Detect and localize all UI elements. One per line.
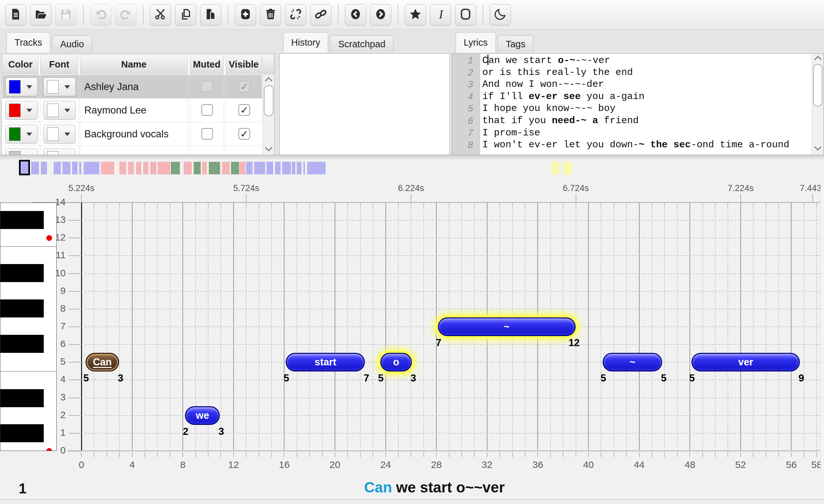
scroll-down-arrow[interactable] [814, 143, 822, 151]
lyrics-scrollbar[interactable] [812, 54, 823, 155]
track-color-dropdown[interactable] [5, 101, 38, 120]
note-pill[interactable]: we [185, 406, 220, 425]
piano-keyboard[interactable] [0, 203, 57, 451]
minimap-block[interactable] [222, 162, 230, 174]
minimap-block[interactable] [307, 162, 326, 174]
lyrics-line[interactable]: Can we start o-~-~-ver [482, 55, 809, 67]
history-tab-scratchpad[interactable]: Scratchpad [330, 35, 394, 52]
muted-checkbox[interactable] [201, 104, 213, 116]
track-font-dropdown[interactable] [43, 78, 76, 96]
add-note-button[interactable] [235, 4, 256, 25]
scroll-up-arrow[interactable] [814, 56, 822, 64]
minimap-block[interactable] [171, 162, 180, 174]
minimap-block[interactable] [184, 162, 192, 174]
next-button[interactable] [370, 4, 391, 25]
minimap-block[interactable] [72, 162, 78, 174]
italic-button[interactable]: I [430, 4, 451, 25]
minimap-block[interactable] [84, 162, 99, 174]
copy-button[interactable] [175, 4, 196, 25]
track-color-dropdown[interactable] [5, 78, 38, 96]
note-pill[interactable]: Can [86, 353, 119, 372]
minimap-block[interactable] [209, 162, 220, 174]
note-pill[interactable]: ~ [603, 353, 662, 372]
minimap-block-selected[interactable] [19, 160, 30, 175]
track-row[interactable]: Raymond Lee✓ [2, 98, 262, 122]
star-button[interactable] [405, 4, 426, 25]
lyrics-line[interactable]: or is this real-ly the end [482, 67, 809, 79]
open-folder-button[interactable] [30, 4, 51, 25]
piano-black-key[interactable] [0, 424, 44, 442]
minimap-block[interactable] [563, 162, 572, 174]
minimap-block[interactable] [239, 162, 245, 174]
track-font-dropdown[interactable] [43, 101, 76, 120]
track-row[interactable]: Ashley Jana✓ [2, 75, 262, 99]
lyrics-line[interactable]: that if you need-~ a friend [482, 115, 809, 127]
minimap-block[interactable] [143, 162, 148, 174]
piano-black-key[interactable] [0, 299, 44, 318]
minimap-block[interactable] [275, 162, 281, 174]
visible-checkbox[interactable]: ✓ [238, 128, 250, 140]
tracks-tab-tracks[interactable]: Tracks [6, 32, 50, 52]
history-tab-history[interactable]: History [283, 32, 328, 52]
paste-button[interactable] [200, 4, 221, 25]
piano-black-key[interactable] [0, 389, 44, 407]
scroll-down-arrow[interactable] [265, 144, 273, 151]
new-file-button[interactable] [5, 4, 26, 25]
minimap-block[interactable] [267, 162, 273, 174]
minimap-block[interactable] [158, 162, 170, 174]
visible-checkbox[interactable]: ✓ [238, 104, 250, 116]
minimap-block[interactable] [231, 162, 239, 174]
minimap-block[interactable] [101, 162, 114, 174]
lyrics-tab-tags[interactable]: Tags [498, 35, 533, 52]
link-button[interactable] [310, 4, 331, 25]
note-pill[interactable]: ver [692, 353, 800, 372]
prev-button[interactable] [345, 4, 366, 25]
tracks-scrollbar[interactable] [263, 74, 275, 154]
lyrics-line[interactable]: And now I won-~-~-der [482, 79, 809, 91]
piano-black-key[interactable] [0, 335, 44, 353]
minimap-block[interactable] [202, 162, 207, 174]
minimap-block[interactable] [303, 162, 305, 174]
minimap-block[interactable] [551, 162, 559, 174]
minimap-block[interactable] [194, 162, 201, 174]
minimap-block[interactable] [31, 162, 39, 174]
lyrics-line[interactable]: if I'll ev-er see you a-gain [482, 91, 809, 103]
note-pill[interactable]: start [286, 353, 365, 372]
minimap-block[interactable] [292, 162, 295, 174]
track-row[interactable]: Background vocals✓ [2, 122, 262, 146]
track-row[interactable] [2, 146, 262, 155]
piano-black-key[interactable] [0, 211, 44, 229]
dark-mode-button[interactable] [490, 4, 511, 25]
scrollbar-thumb[interactable] [264, 85, 274, 116]
note-pill[interactable]: o [380, 353, 412, 372]
track-font-dropdown[interactable] [43, 149, 76, 155]
scrollbar-thumb[interactable] [813, 64, 822, 107]
minimap-block[interactable] [54, 162, 61, 174]
piano-black-key[interactable] [0, 264, 44, 282]
minimap-block[interactable] [41, 162, 47, 174]
track-color-dropdown[interactable] [5, 125, 38, 143]
tracks-tab-audio[interactable]: Audio [52, 35, 92, 52]
note-pill[interactable]: ~ [438, 318, 575, 336]
muted-checkbox[interactable] [201, 128, 213, 140]
minimap-block[interactable] [63, 162, 71, 174]
unlink-button[interactable] [285, 4, 306, 25]
lyrics-line[interactable]: I hope you know-~-~ boy [482, 103, 809, 115]
scroll-up-arrow[interactable] [265, 77, 273, 85]
cut-button[interactable] [150, 4, 171, 25]
history-panel-content[interactable] [279, 53, 450, 155]
track-font-dropdown[interactable] [43, 125, 76, 143]
minimap-block[interactable] [150, 162, 157, 174]
minimap-block[interactable] [136, 162, 141, 174]
minimap-block[interactable] [128, 162, 134, 174]
note-shape-button[interactable] [455, 4, 476, 25]
minimap-block[interactable] [254, 162, 265, 174]
minimap-block[interactable] [119, 162, 126, 174]
minimap-block[interactable] [282, 162, 291, 174]
minimap-block[interactable] [297, 162, 302, 174]
delete-button[interactable] [260, 4, 281, 25]
minimap-block[interactable] [79, 162, 81, 174]
lyrics-line[interactable]: I prom-ise [482, 127, 809, 140]
lyrics-tab-lyrics[interactable]: Lyrics [455, 32, 496, 52]
lyrics-line[interactable]: I won't ev-er let you down-~ the sec-ond… [482, 139, 809, 151]
